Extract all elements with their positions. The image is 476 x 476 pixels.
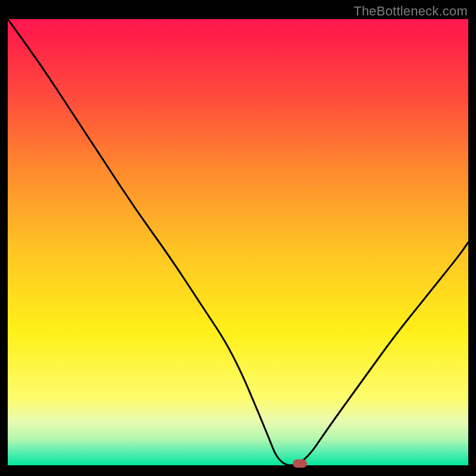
watermark-text: TheBottleneck.com <box>353 4 468 19</box>
optimal-point-marker <box>293 459 307 468</box>
gradient-plot-area <box>8 19 468 465</box>
bottleneck-curve <box>8 19 468 465</box>
chart-stage: TheBottleneck.com <box>0 0 476 476</box>
